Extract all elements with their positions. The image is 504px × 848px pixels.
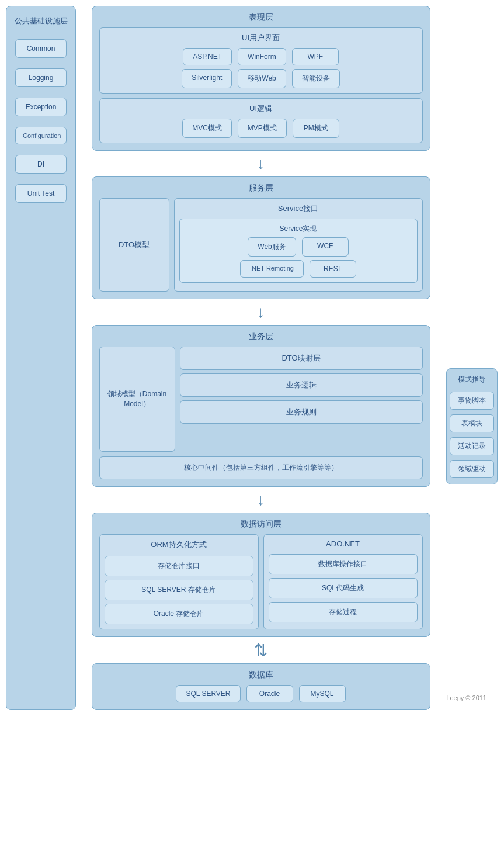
storage-interface: 存储仓库接口 xyxy=(105,556,253,576)
item-wpf: WPF xyxy=(292,48,339,65)
data-access-layer: 数据访问层 ORM持久化方式 存储仓库接口 SQL SERVER 存储仓库 Or… xyxy=(92,513,430,637)
service-impl: Service实现 Web服务 WCF .NET Remoting REST xyxy=(179,219,418,283)
pattern-item-table: 表模块 xyxy=(450,414,494,432)
service-impl-title: Service实现 xyxy=(185,224,412,234)
ui-row2: Silverlight 移动Web 智能设备 xyxy=(106,69,416,88)
database-layer: 数据库 SQL SERVER Oracle MySQL xyxy=(92,663,430,710)
service-layer: 服务层 DTO模型 Service接口 Service实现 Web服务 WC xyxy=(92,176,430,299)
arrow1: ↓ xyxy=(98,154,425,173)
adonet-col: ADO.NET 数据库操作接口 SQL代码生成 存储过程 xyxy=(263,534,423,629)
business-layer-title: 业务层 xyxy=(99,331,423,342)
core-middleware: 核心中间件（包括第三方组件，工作流引擎等等） xyxy=(99,456,423,479)
sqlserver-storage: SQL SERVER 存储仓库 xyxy=(105,580,253,600)
item-mvp: MVP模式 xyxy=(238,119,287,138)
item-mvc: MVC模式 xyxy=(182,119,232,138)
item-smartdevice: 智能设备 xyxy=(292,69,340,88)
sql-codegen: SQL代码生成 xyxy=(269,578,418,598)
data-access-title: 数据访问层 xyxy=(99,519,423,529)
item-mysql: MySQL xyxy=(299,685,346,702)
item-oracle: Oracle xyxy=(246,685,293,702)
sidebar: 公共基础设施层 Common Logging Exception Configu… xyxy=(6,6,76,710)
service-right: Service接口 Service实现 Web服务 WCF .NET Remot… xyxy=(174,198,423,292)
sidebar-item-unittest: Unit Test xyxy=(15,184,67,203)
arrow2: ↓ xyxy=(98,303,425,321)
item-webservice: Web服务 xyxy=(248,237,296,257)
item-winform: WinForm xyxy=(238,48,286,65)
presentation-layer-title: 表现层 xyxy=(99,12,423,23)
ui-interface-title: UI用户界面 xyxy=(106,33,416,43)
sidebar-item-di: DI xyxy=(15,155,67,174)
pattern-item-activity: 活动记录 xyxy=(450,437,494,455)
item-aspnet: ASP.NET xyxy=(183,48,232,65)
right-sidebar: 模式指导 事物脚本 表模块 活动记录 领域驱动 xyxy=(446,368,498,710)
pattern-guide-box: 模式指导 事物脚本 表模块 活动记录 领域驱动 xyxy=(446,368,498,484)
item-rest: REST xyxy=(310,260,356,278)
dto-mapping: DTO映射层 xyxy=(180,347,423,370)
ui-logic-row1: MVC模式 MVP模式 PM模式 xyxy=(106,119,416,138)
service-layer-title: 服务层 xyxy=(99,183,423,193)
item-sqlserver: SQL SERVER xyxy=(176,685,240,702)
watermark: Leepy © 2011 xyxy=(446,694,486,701)
dto-model: DTO模型 xyxy=(99,198,169,292)
biz-inner: 领域模型（Domain Model） DTO映射层 业务逻辑 业务规则 xyxy=(99,347,423,452)
sidebar-title: 公共基础设施层 xyxy=(15,16,68,26)
arrow4: ⇅ xyxy=(98,641,425,660)
item-netremoting: .NET Remoting xyxy=(240,260,304,278)
ui-logic-section: UI逻辑 MVC模式 MVP模式 PM模式 xyxy=(99,98,423,143)
stored-proc: 存储过程 xyxy=(269,602,418,622)
ui-row1: ASP.NET WinForm WPF xyxy=(106,48,416,65)
pattern-item-script: 事物脚本 xyxy=(450,392,494,410)
arrow3: ↓ xyxy=(98,490,425,509)
business-layer: 业务层 领域模型（Domain Model） DTO映射层 业务逻辑 业务规则 … xyxy=(92,325,430,487)
ui-logic-title: UI逻辑 xyxy=(106,103,416,114)
item-pm: PM模式 xyxy=(293,119,339,138)
service-impl-row2: .NET Remoting REST xyxy=(185,260,412,278)
oracle-storage: Oracle 存储仓库 xyxy=(105,604,253,624)
orm-col: ORM持久化方式 存储仓库接口 SQL SERVER 存储仓库 Oracle 存… xyxy=(99,534,259,629)
adonet-title: ADO.NET xyxy=(269,539,418,548)
orm-title: ORM持久化方式 xyxy=(105,539,253,550)
biz-rules: 业务规则 xyxy=(180,400,423,424)
pattern-guide-title: 模式指导 xyxy=(458,375,486,385)
service-interface-title: Service接口 xyxy=(179,203,418,214)
item-wcf: WCF xyxy=(302,237,349,257)
sidebar-item-configuration: Configuration xyxy=(15,127,67,144)
center-column: 表现层 UI用户界面 ASP.NET WinForm WPF Silverlig… xyxy=(76,6,446,710)
db-items: SQL SERVER Oracle MySQL xyxy=(99,685,423,702)
data-inner: ORM持久化方式 存储仓库接口 SQL SERVER 存储仓库 Oracle 存… xyxy=(99,534,423,629)
pattern-item-domain: 领域驱动 xyxy=(450,460,494,478)
sidebar-item-exception: Exception xyxy=(15,98,67,116)
item-silverlight: Silverlight xyxy=(182,69,232,88)
sidebar-item-logging: Logging xyxy=(15,68,67,87)
presentation-layer: 表现层 UI用户界面 ASP.NET WinForm WPF Silverlig… xyxy=(92,6,430,151)
db-op-interface: 数据库操作接口 xyxy=(269,554,418,574)
service-impl-row1: Web服务 WCF xyxy=(185,237,412,257)
domain-model: 领域模型（Domain Model） xyxy=(99,347,175,452)
database-title: 数据库 xyxy=(99,670,423,680)
biz-logic: 业务逻辑 xyxy=(180,373,423,397)
sidebar-item-common: Common xyxy=(15,39,67,58)
service-inner: DTO模型 Service接口 Service实现 Web服务 WCF xyxy=(99,198,423,292)
ui-interface-section: UI用户界面 ASP.NET WinForm WPF Silverlight 移… xyxy=(99,27,423,94)
biz-right: DTO映射层 业务逻辑 业务规则 xyxy=(180,347,423,452)
item-mobileweb: 移动Web xyxy=(238,69,286,88)
